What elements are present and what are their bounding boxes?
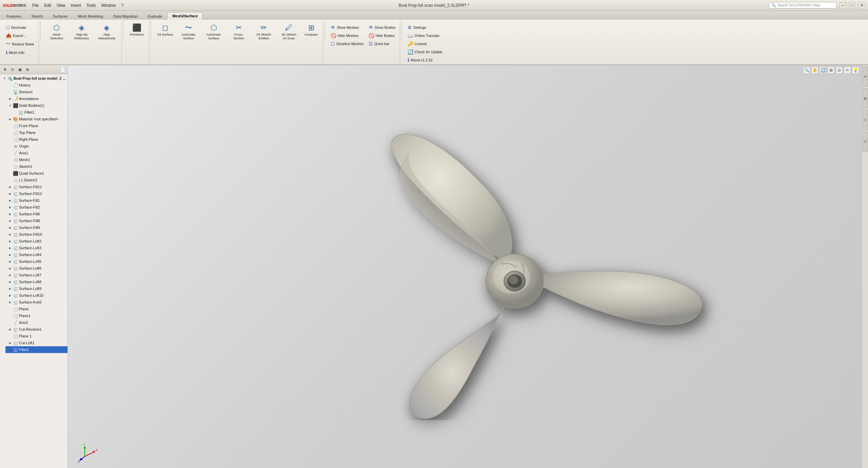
tree-item-plane1[interactable]: ⬜ Plane1 □ xyxy=(5,312,67,319)
menu-window[interactable]: Window xyxy=(99,2,118,8)
vp-btn-display[interactable]: 💡 xyxy=(852,66,859,74)
btn-primitives[interactable]: ⬛ Primitives xyxy=(127,22,146,38)
tree-item-solid-bodies[interactable]: ▼ ⬛ Solid Bodies(1) xyxy=(5,102,67,109)
vp-btn-section[interactable]: ✂ xyxy=(844,66,851,74)
close-button[interactable]: ✕ xyxy=(859,2,865,9)
sidebar-btn-1[interactable]: ▼ xyxy=(2,66,8,73)
tree-item-cut-revolve1[interactable]: ▶ ◱ Cut-Revolve1 xyxy=(5,326,67,333)
menu-view[interactable]: View xyxy=(55,2,67,8)
tree-item-surface-loft8[interactable]: ▶ ◱ Surface-Loft8 xyxy=(5,278,67,285)
btn-show-meshes[interactable]: 👁 Show Meshes xyxy=(329,24,361,31)
btn-compare[interactable]: ⊞ Compare xyxy=(302,22,320,38)
btn-settings[interactable]: ⚙ Settings xyxy=(406,24,428,31)
tree-item-quad-surface1[interactable]: ⬛ Quad Surface1 □ xyxy=(5,170,67,177)
btn-decimate[interactable]: ⬡ Decimate xyxy=(4,24,28,31)
tab-features[interactable]: Features xyxy=(1,12,26,20)
tree-item-right-plane[interactable]: ⬜ Right Plane □ xyxy=(5,136,67,143)
btn-about[interactable]: ℹ About v1.2.92 xyxy=(406,56,434,64)
menu-edit[interactable]: Edit xyxy=(42,2,53,8)
btn-cross-section[interactable]: ✂ Cross-Section xyxy=(227,22,251,42)
right-panel-btn-1[interactable]: ⊕ xyxy=(863,66,868,87)
tree-item-plane[interactable]: ⬜ Plane □ xyxy=(5,306,67,312)
tree-action-quad-surface1-eye[interactable]: □ xyxy=(61,171,66,176)
menu-tools[interactable]: Tools xyxy=(84,2,98,8)
btn-align-reference[interactable]: ◈ Align By Reference xyxy=(70,22,94,42)
tree-expand-material[interactable]: ▶ xyxy=(8,117,12,121)
tree-action-plane-1-eye[interactable]: □ xyxy=(61,334,66,338)
tree-action-front-plane-eye[interactable]: □ xyxy=(61,123,66,128)
tree-expand-solid-bodies[interactable]: ▼ xyxy=(8,103,12,108)
tree-item-axis1[interactable]: ╱ Axis1 xyxy=(5,150,67,156)
tree-item-surface-fill2[interactable]: ▶ ◱ Surface-Fill2 xyxy=(5,204,67,211)
tab-data-migration[interactable]: Data Migration xyxy=(108,12,143,20)
tree-item-plane-1[interactable]: ⬜ Plane 1 □ xyxy=(5,333,67,339)
btn-mesh-selection[interactable]: ⬡ Mesh Selection xyxy=(45,22,68,42)
btn-online-tutorials[interactable]: 📖 Online Tutorials xyxy=(406,32,441,39)
tree-action-plane1-eye[interactable]: □ xyxy=(61,313,66,318)
menu-help[interactable]: ? xyxy=(119,2,125,8)
maximize-button[interactable]: □ xyxy=(849,2,856,9)
tree-item-surface-loft10[interactable]: ▶ ◱ Surface-Loft10 xyxy=(5,292,67,299)
tree-item-surface-fill9[interactable]: ▶ ◱ Surface-Fill9 xyxy=(5,224,67,231)
tree-item-fillet1-body[interactable]: ◱ Fillet1 👁 🔒 xyxy=(11,109,67,116)
tree-item-sensors[interactable]: 📡 Sensors xyxy=(5,89,67,95)
btn-align-interactively[interactable]: ◈ Align Interactively xyxy=(95,22,119,42)
btn-hide-bodies[interactable]: 🚫 Hide Bodies xyxy=(367,32,397,39)
tree-item-surface-fill10[interactable]: ▶ ◱ Surface-Fill10 xyxy=(5,231,67,238)
tree-item-surface-loft4[interactable]: ▶ ◱ Surface-Loft4 xyxy=(5,251,67,258)
tab-mesh2surface[interactable]: Mesh2Surface xyxy=(167,12,203,20)
sidebar-btn-2[interactable]: ⊙ xyxy=(9,66,16,73)
btn-new-free-form[interactable]: 〜 Automatic Surface xyxy=(177,22,200,42)
tree-item-surface-fill11[interactable]: ▶ ◱ Surface-Fill11 xyxy=(5,183,67,190)
tree-item-fillet1-selected[interactable]: ▶ ◱ Fillet1 xyxy=(5,346,67,353)
tree-item-surface-loft5[interactable]: ▶ ◱ Surface-Loft5 xyxy=(5,258,67,265)
btn-export[interactable]: 📤 Export... xyxy=(4,32,28,39)
menu-insert[interactable]: Insert xyxy=(69,2,83,8)
tree-item-axis2[interactable]: ╱ Axis2 xyxy=(5,319,67,326)
btn-check-update[interactable]: 🔄 Check for Update xyxy=(406,48,444,56)
tree-item-mesh1[interactable]: ⬡ Mesh1 xyxy=(5,156,67,163)
viewport[interactable]: 🔍 ✋ 🔄 ⊞ ⊙ ✂ 💡 xyxy=(68,65,862,468)
tree-action-lock[interactable]: 🔒 xyxy=(61,110,66,115)
tree-action-eye[interactable]: 👁 xyxy=(56,110,61,115)
tree-item-surface-fill8[interactable]: ▶ ◱ Surface-Fill8 xyxy=(5,217,67,224)
feature-tree[interactable]: ▼ 🔩 Boat Prop full scan model_2 (D 🕐 His… xyxy=(0,74,67,468)
tree-item-sketch1[interactable]: ◻ Sketch1 □ xyxy=(5,163,67,170)
search-box[interactable]: 🔍 Search SOLIDWORKS Help xyxy=(769,2,837,8)
vp-btn-pan[interactable]: ✋ xyxy=(811,66,818,74)
tree-item-surface-knit3[interactable]: ▶ ◱ Surface-Knit3 xyxy=(5,299,67,306)
tree-item-surface-loft6[interactable]: ▶ ◱ Surface-Loft6 xyxy=(5,265,67,272)
right-panel-btn-2[interactable]: ◉ xyxy=(863,88,868,109)
btn-mesh-info[interactable]: ℹ Mesh Info xyxy=(4,49,26,56)
tree-item-surface-loft7[interactable]: ▶ ◱ Surface-Loft7 xyxy=(5,272,67,278)
tree-expand-root[interactable]: ▼ xyxy=(3,76,7,80)
tree-expand-annotations[interactable]: ▶ xyxy=(8,97,12,101)
tab-sketch[interactable]: Sketch xyxy=(26,12,48,20)
tree-item-surface-loft3[interactable]: ▶ ◱ Surface-Loft3 xyxy=(5,245,67,251)
tree-item-material[interactable]: ▶ 🎨 Material <not specified> xyxy=(5,116,67,122)
tree-item-origin[interactable]: ⊕ Origin xyxy=(5,143,67,150)
btn-quick-bar[interactable]: ☰ Quick bar xyxy=(367,40,391,47)
tree-item-front-plane[interactable]: ⬜ Front Plane □ xyxy=(5,122,67,129)
sidebar-btn-4[interactable]: ⊕ xyxy=(24,66,31,73)
btn-automatic-surface[interactable]: ⬡ Automatic Surface xyxy=(202,22,225,42)
tree-action-top-plane-eye[interactable]: □ xyxy=(61,130,66,135)
vp-btn-fit[interactable]: ⊞ xyxy=(827,66,835,74)
vp-btn-view[interactable]: ⊙ xyxy=(835,66,843,74)
tree-action-sketch1-eye[interactable]: □ xyxy=(61,164,66,169)
sidebar-file-icon[interactable]: 📄 xyxy=(60,67,65,72)
tab-mesh-modeling[interactable]: Mesh Modeling xyxy=(73,12,108,20)
minimize-button[interactable]: ─ xyxy=(840,2,846,9)
tab-surfaces[interactable]: Surfaces xyxy=(48,12,73,20)
tree-item-history[interactable]: 🕐 History xyxy=(5,82,67,89)
btn-fit-sketch[interactable]: ✏ Fit Sketch Entities xyxy=(252,22,276,42)
tree-item-surface-loft9[interactable]: ▶ ◱ Surface-Loft9 xyxy=(5,285,67,292)
btn-reduce-noise[interactable]: 〜 Reduce Noise xyxy=(4,40,36,48)
menu-file[interactable]: File xyxy=(30,2,41,8)
tree-item-top-plane[interactable]: ⬜ Top Plane □ xyxy=(5,129,67,136)
tree-action-right-plane-eye[interactable]: □ xyxy=(61,137,66,142)
btn-fit-surface[interactable]: ◻ Fit Surface xyxy=(155,22,175,38)
btn-show-bodies[interactable]: 👁 Show Bodies xyxy=(367,24,397,31)
tree-item-surface-loft2[interactable]: ▶ ◱ Surface-Loft2 xyxy=(5,238,67,245)
vp-btn-rotate[interactable]: 🔄 xyxy=(819,66,827,74)
